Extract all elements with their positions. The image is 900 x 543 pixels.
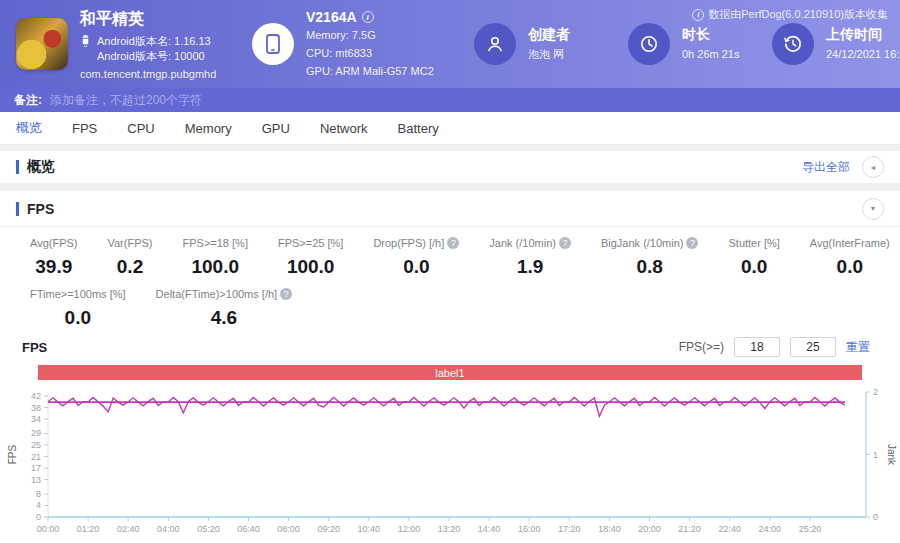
help-icon[interactable]: ? xyxy=(686,237,698,249)
export-all-link[interactable]: 导出全部 xyxy=(802,159,850,176)
stat-value: 100.0 xyxy=(278,256,343,278)
jank-tick-label: 2 xyxy=(873,387,878,397)
section-accent xyxy=(16,160,19,174)
tab-fps[interactable]: FPS xyxy=(72,121,97,136)
stat-label: FPS>=25 [%] xyxy=(278,237,343,249)
stat-item: Delta(FTime)>100ms [/h]?4.6 xyxy=(156,288,293,329)
phone-icon xyxy=(252,23,294,65)
stat-value: 0.2 xyxy=(107,256,152,278)
stat-value: 100.0 xyxy=(183,256,248,278)
stat-item: Avg(FPS)39.9 xyxy=(30,237,77,278)
android-version-block: Android版本名: 1.16.13 Android版本号: 10000 xyxy=(80,34,216,64)
report-header: i 数据由PerfDog(6.0.210910)版本收集 和平精英 Androi… xyxy=(0,0,900,88)
stat-item: Drop(FPS) [/h]?0.0 xyxy=(373,237,459,278)
reset-link[interactable]: 重置 xyxy=(846,339,870,356)
help-icon[interactable]: ? xyxy=(280,288,292,300)
x-tick-label: 18:40 xyxy=(598,524,621,534)
upload-block: 上传时间 24/12/2021 16:46:24 xyxy=(772,23,900,65)
x-tick-label: 16:00 xyxy=(518,524,541,534)
app-title: 和平精英 xyxy=(80,9,216,30)
fps-threshold-low-input[interactable] xyxy=(734,337,780,357)
stat-value: 0.8 xyxy=(601,256,699,278)
y-tick-label: 13 xyxy=(31,475,41,485)
clock-icon xyxy=(628,23,670,65)
stat-item: FPS>=18 [%]100.0 xyxy=(183,237,248,278)
tab-battery[interactable]: Battery xyxy=(398,121,439,136)
stat-item: Jank (/10min)?1.9 xyxy=(489,237,571,278)
help-icon[interactable]: ? xyxy=(559,237,571,249)
fps-chart-title: FPS xyxy=(22,340,47,355)
stat-value: 0.0 xyxy=(373,256,459,278)
device-info-icon[interactable]: i xyxy=(362,11,374,23)
info-icon: i xyxy=(692,9,704,21)
app-icon xyxy=(16,18,68,70)
remark-bar: 备注: xyxy=(0,88,900,112)
duration-block: 时长 0h 26m 21s xyxy=(628,23,746,65)
x-tick-label: 24:00 xyxy=(759,524,782,534)
x-tick-label: 12:00 xyxy=(398,524,421,534)
x-tick-label: 08:00 xyxy=(277,524,300,534)
x-tick-label: 10:40 xyxy=(358,524,381,534)
fps-stats-row-1: Avg(FPS)39.9Var(FPS)0.2FPS>=18 [%]100.0F… xyxy=(0,227,900,280)
fps-threshold-label: FPS(>=) xyxy=(679,340,724,354)
section-accent xyxy=(16,202,19,216)
x-tick-label: 20:00 xyxy=(638,524,661,534)
tab-概览[interactable]: 概览 xyxy=(16,119,42,137)
jank-axis-title: Jank xyxy=(886,444,897,466)
y-tick-label: 4 xyxy=(36,500,41,510)
x-tick-label: 05:20 xyxy=(197,524,220,534)
remark-input[interactable] xyxy=(50,93,470,107)
remark-label: 备注: xyxy=(14,92,42,109)
stat-value: 39.9 xyxy=(30,256,77,278)
tab-memory[interactable]: Memory xyxy=(185,121,232,136)
label1-band[interactable]: label1 xyxy=(38,365,862,380)
tab-network[interactable]: Network xyxy=(320,121,368,136)
creator-label: 创建者 xyxy=(528,26,570,44)
fps-chart-controls: FPS FPS(>=) 重置 xyxy=(0,331,900,357)
duration-label: 时长 xyxy=(682,26,739,44)
stat-item: FTime>=100ms [%]0.0 xyxy=(30,288,126,329)
stat-label: Drop(FPS) [/h] xyxy=(373,237,444,249)
stat-label: Avg(FPS) xyxy=(30,237,77,249)
fps-stats-row-2: FTime>=100ms [%]0.0Delta(FTime)>100ms [/… xyxy=(0,280,900,331)
device-gpu: GPU: ARM Mali-G57 MC2 xyxy=(306,64,434,79)
x-tick-label: 21:20 xyxy=(678,524,701,534)
collect-note: i 数据由PerfDog(6.0.210910)版本收集 xyxy=(692,7,888,22)
stat-item: Avg(InterFrame)0.0 xyxy=(810,237,890,278)
y-tick-label: 8 xyxy=(36,489,41,499)
tab-bar: 概览FPSCPUMemoryGPUNetworkBattery xyxy=(0,112,900,145)
stat-item: BigJank (/10min)?0.8 xyxy=(601,237,699,278)
upload-label: 上传时间 xyxy=(826,26,900,44)
stat-label: Avg(InterFrame) xyxy=(810,237,890,249)
x-tick-label: 22:40 xyxy=(718,524,741,534)
x-tick-label: 25:20 xyxy=(799,524,822,534)
fps-line-series xyxy=(48,398,845,417)
help-icon[interactable]: ? xyxy=(447,237,459,249)
tab-cpu[interactable]: CPU xyxy=(127,121,154,136)
y-tick-label: 29 xyxy=(31,428,41,438)
x-tick-label: 06:40 xyxy=(237,524,260,534)
x-tick-label: 17:20 xyxy=(558,524,581,534)
fps-threshold-high-input[interactable] xyxy=(790,337,836,357)
fps-chart-svg: 0481317212529343842FPS012Jank00:0001:200… xyxy=(0,384,900,542)
fps-chart[interactable]: 0481317212529343842FPS012Jank00:0001:200… xyxy=(0,384,900,543)
y-tick-label: 17 xyxy=(31,463,41,473)
x-tick-label: 13:20 xyxy=(438,524,461,534)
fps-collapse-button[interactable]: ▼ xyxy=(862,198,884,220)
y-tick-label: 34 xyxy=(31,414,41,424)
history-clock-icon xyxy=(772,23,814,65)
stat-label: Delta(FTime)>100ms [/h] xyxy=(156,288,278,300)
label1-band-text: label1 xyxy=(435,367,464,379)
stat-label: FTime>=100ms [%] xyxy=(30,288,126,300)
device-memory: Memory: 7.5G xyxy=(306,28,434,43)
x-tick-label: 14:40 xyxy=(478,524,501,534)
device-cpu: CPU: mt6833 xyxy=(306,46,434,61)
overview-collapse-button[interactable]: ◄ xyxy=(862,156,884,178)
tab-gpu[interactable]: GPU xyxy=(262,121,290,136)
device-model: V2164A xyxy=(306,9,357,25)
fps-section-title: FPS xyxy=(27,201,54,217)
x-tick-label: 04:00 xyxy=(157,524,180,534)
creator-value: 泡泡 网 xyxy=(528,47,570,62)
overview-title: 概览 xyxy=(27,158,55,176)
y-tick-label: 0 xyxy=(36,512,41,522)
